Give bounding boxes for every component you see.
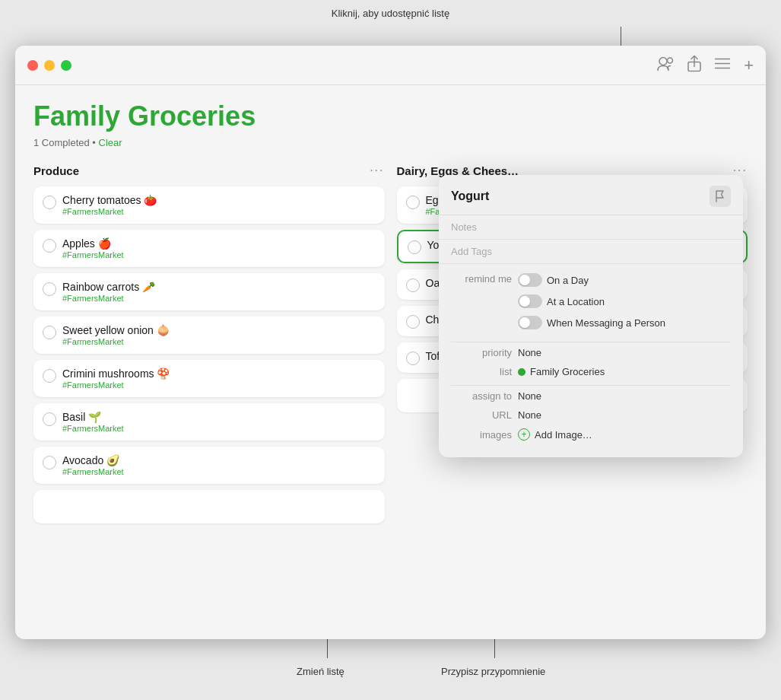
priority-value[interactable]: None xyxy=(518,347,541,358)
list-item[interactable]: Avocado 🥑 #FarmersMarket xyxy=(33,447,385,484)
produce-column-menu[interactable]: ··· xyxy=(370,164,384,177)
item-name: Basil 🌱 xyxy=(62,411,376,423)
assign-to-row: assign to None xyxy=(451,390,731,402)
svg-point-1 xyxy=(668,58,673,63)
flag-button[interactable] xyxy=(710,186,731,207)
add-image-plus-icon: + xyxy=(518,428,530,441)
item-checkbox[interactable] xyxy=(43,369,56,383)
assign-to-value[interactable]: None xyxy=(518,390,541,402)
detail-notes-field[interactable]: Notes xyxy=(439,215,743,240)
item-tag: #FarmersMarket xyxy=(62,250,376,259)
share-icon[interactable] xyxy=(687,55,701,75)
item-checkbox[interactable] xyxy=(408,240,421,254)
produce-column-title: Produce xyxy=(33,164,79,177)
item-tag: #FarmersMarket xyxy=(62,207,376,216)
item-name: Crimini mushrooms 🍄 xyxy=(62,368,376,380)
when-messaging-toggle[interactable] xyxy=(518,316,542,329)
images-row: images + Add Image… xyxy=(451,428,731,441)
at-a-location-row: At a Location xyxy=(518,294,665,308)
when-messaging-label: When Messaging a Person xyxy=(547,317,665,329)
top-annotation: Kliknij, aby udostępnić listę xyxy=(0,8,781,19)
main-window: + Family Groceries 1 Completed • Clear P… xyxy=(15,46,766,639)
item-checkbox[interactable] xyxy=(406,352,420,365)
list-row: list Family Groceries xyxy=(451,366,731,377)
remind-me-row: remind me On a Day At a Location When Me… xyxy=(451,273,731,334)
list-item[interactable]: Apples 🍎 #FarmersMarket xyxy=(33,230,385,267)
maximize-button[interactable] xyxy=(61,60,71,71)
list-green-dot xyxy=(518,368,525,376)
on-a-day-row: On a Day xyxy=(518,273,665,287)
item-name: Cherry tomatoes 🍅 xyxy=(62,194,376,206)
item-checkbox[interactable] xyxy=(43,326,56,339)
list-item[interactable]: Rainbow carrots 🥕 #FarmersMarket xyxy=(33,273,385,310)
item-content: Cherry tomatoes 🍅 #FarmersMarket xyxy=(62,194,376,216)
item-name: Apples 🍎 xyxy=(62,237,376,250)
item-checkbox[interactable] xyxy=(43,239,56,253)
item-checkbox[interactable] xyxy=(406,278,420,292)
produce-items-list: Cherry tomatoes 🍅 #FarmersMarket Apples … xyxy=(33,186,385,523)
item-content: Rainbow carrots 🥕 #FarmersMarket xyxy=(62,281,376,303)
item-content: Apples 🍎 #FarmersMarket xyxy=(62,237,376,259)
divider2 xyxy=(451,385,731,386)
url-value[interactable]: None xyxy=(518,409,541,421)
list-icon[interactable] xyxy=(715,57,730,73)
remind-options: On a Day At a Location When Messaging a … xyxy=(518,273,665,334)
item-content: Sweet yellow onion 🧅 #FarmersMarket xyxy=(62,324,376,346)
item-checkbox[interactable] xyxy=(43,456,56,469)
detail-tags-field[interactable]: Add Tags xyxy=(439,240,743,264)
list-label: list xyxy=(451,366,512,377)
item-tag: #FarmersMarket xyxy=(62,424,376,433)
item-name: Rainbow carrots 🥕 xyxy=(62,281,376,293)
bottom-annotation-left: Zmień listę xyxy=(297,666,344,677)
item-checkbox[interactable] xyxy=(43,196,56,209)
list-item[interactable]: Sweet yellow onion 🧅 #FarmersMarket xyxy=(33,317,385,354)
detail-body: remind me On a Day At a Location When Me… xyxy=(439,264,743,457)
url-label: URL xyxy=(451,409,512,421)
url-row: URL None xyxy=(451,409,731,421)
item-tag: #FarmersMarket xyxy=(62,380,376,390)
list-item[interactable]: Crimini mushrooms 🍄 #FarmersMarket xyxy=(33,360,385,397)
annotation-text: Kliknij, aby udostępnić listę xyxy=(332,8,449,19)
images-label: images xyxy=(451,429,512,441)
item-name: Avocado 🥑 xyxy=(62,454,376,466)
on-a-day-toggle[interactable] xyxy=(518,273,542,287)
item-content: Avocado 🥑 #FarmersMarket xyxy=(62,454,376,476)
detail-panel: Yogurt Notes Add Tags remind me On a Day xyxy=(439,175,743,457)
item-tag: #FarmersMarket xyxy=(62,467,376,476)
on-a-day-label: On a Day xyxy=(547,275,589,286)
item-content: Crimini mushrooms 🍄 #FarmersMarket xyxy=(62,368,376,390)
when-messaging-row: When Messaging a Person xyxy=(518,316,665,329)
at-a-location-toggle[interactable] xyxy=(518,294,542,308)
titlebar: + xyxy=(15,46,766,85)
item-checkbox[interactable] xyxy=(43,412,56,426)
produce-column: Produce ··· Cherry tomatoes 🍅 #FarmersMa… xyxy=(33,164,385,530)
item-tag: #FarmersMarket xyxy=(62,294,376,303)
bottom-annotation-right: Przypisz przypomnienie xyxy=(441,666,545,677)
subtitle: 1 Completed • Clear xyxy=(33,137,748,148)
add-icon[interactable]: + xyxy=(744,56,754,75)
item-content: Basil 🌱 #FarmersMarket xyxy=(62,411,376,433)
detail-header: Yogurt xyxy=(439,175,743,215)
item-checkbox[interactable] xyxy=(406,196,420,209)
list-item[interactable]: Basil 🌱 #FarmersMarket xyxy=(33,403,385,441)
divider1 xyxy=(451,342,731,342)
collaborate-icon[interactable] xyxy=(657,56,674,75)
detail-title: Yogurt xyxy=(451,189,489,203)
item-checkbox[interactable] xyxy=(406,315,420,329)
item-checkbox[interactable] xyxy=(43,282,56,296)
svg-point-0 xyxy=(659,57,667,65)
toolbar-right: + xyxy=(657,55,754,75)
list-item[interactable] xyxy=(33,490,385,523)
remind-me-label: remind me xyxy=(451,273,512,285)
list-value[interactable]: Family Groceries xyxy=(518,366,605,377)
add-image-button[interactable]: + Add Image… xyxy=(518,428,592,441)
at-a-location-label: At a Location xyxy=(547,296,605,307)
produce-column-header: Produce ··· xyxy=(33,164,385,177)
minimize-button[interactable] xyxy=(44,60,55,71)
item-name: Sweet yellow onion 🧅 xyxy=(62,324,376,336)
list-item[interactable]: Cherry tomatoes 🍅 #FarmersMarket xyxy=(33,186,385,224)
item-tag: #FarmersMarket xyxy=(62,337,376,346)
close-button[interactable] xyxy=(27,60,38,71)
priority-label: priority xyxy=(451,347,512,358)
clear-button[interactable]: Clear xyxy=(99,137,122,148)
